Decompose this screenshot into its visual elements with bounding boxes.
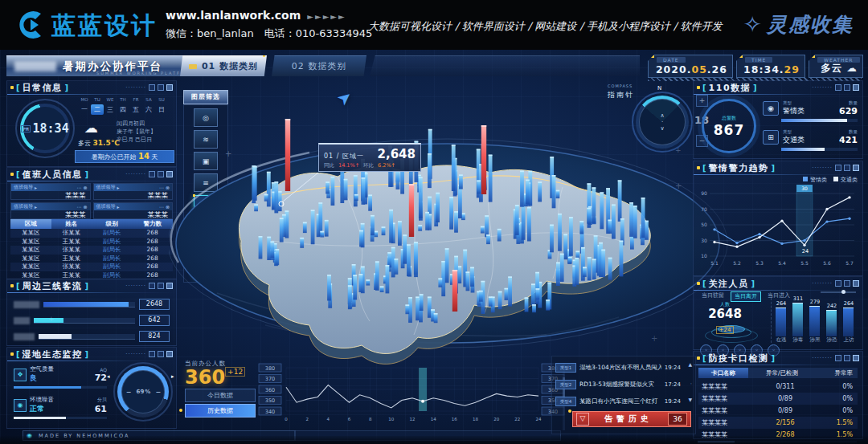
alarm-history-button[interactable]: ▽ 告警历史 36 bbox=[572, 411, 691, 427]
lanlan-logo-icon bbox=[14, 9, 47, 41]
panel-expand-icon[interactable] bbox=[853, 355, 859, 361]
weather-value: 多云 ☁ bbox=[821, 62, 858, 75]
traffic-bar bbox=[781, 148, 825, 151]
table-row: 某某某某0/3110% bbox=[698, 381, 858, 393]
label-mosaic bbox=[14, 333, 35, 340]
table-row: 某某区张某某副局长268 bbox=[10, 246, 173, 255]
weather-summary: 多云 31.5℃ bbox=[78, 139, 120, 148]
cloud-icon: ☁ bbox=[847, 62, 858, 74]
panel-minimize-icon[interactable] bbox=[149, 171, 155, 177]
website-url[interactable]: www.lanlanwork.com►►►►► bbox=[166, 9, 346, 22]
svg-text:90: 90 bbox=[701, 190, 707, 196]
alert-item[interactable]: 类型4某路口有小汽车连闯三个红灯19:24 bbox=[555, 395, 681, 407]
scroll-dot-icon: · bbox=[690, 381, 692, 386]
panel-title: 值班人员信息 bbox=[23, 169, 83, 181]
alert-item[interactable]: 类型1湿地3-104片区有不明人员闯入19:24 bbox=[555, 361, 681, 373]
panel-restore-icon[interactable] bbox=[158, 84, 164, 91]
svg-text:12: 12 bbox=[410, 417, 416, 422]
panel-restore-icon[interactable] bbox=[158, 171, 164, 177]
svg-text:10: 10 bbox=[701, 253, 707, 259]
label-mosaic bbox=[14, 301, 39, 308]
duty-leader-cards: 值班领导▸⋯⊗某某某 值班领导▸⋯⊗某某某 值班领导▸⋯⊗某某某 值班领导▸⋯⊗… bbox=[10, 183, 173, 219]
dashboard: 暑期办公协作平台 SUMMER WORKING PLATFORM 01 数据类别… bbox=[0, 50, 868, 444]
north-label: N bbox=[657, 85, 661, 92]
tab-stay[interactable]: 当日驻留 bbox=[698, 291, 727, 300]
panel-passenger-flow: [周边三线客流]········ 2648 642 824 bbox=[6, 279, 177, 346]
alarm-count-badge: 36 bbox=[668, 413, 687, 426]
panel-restore-icon[interactable] bbox=[158, 351, 164, 357]
scroll-down-icon[interactable]: ▼ bbox=[688, 397, 692, 402]
panel-restore-icon[interactable] bbox=[158, 283, 164, 289]
flow-value: 642 bbox=[139, 315, 170, 326]
panel-restore-icon[interactable] bbox=[844, 84, 850, 91]
flow-value: 2648 bbox=[139, 299, 170, 310]
panel-title: 周边三线客流 bbox=[23, 280, 83, 292]
tab-data-category-1[interactable]: 01 数据类别 bbox=[180, 55, 267, 76]
history-data-button[interactable]: 历史数据 bbox=[185, 404, 256, 418]
weather-cloud-icon: ☁ bbox=[84, 120, 98, 136]
office-count-value: 360 bbox=[185, 366, 225, 389]
alarm-type-row: ◉ 类型警情类 数量629 bbox=[763, 100, 858, 122]
focus-slider[interactable] bbox=[821, 291, 856, 293]
analog-clock: PM18:34 bbox=[15, 99, 75, 158]
panel-restore-icon[interactable] bbox=[844, 355, 850, 361]
eco-gauge: − 69% − bbox=[113, 362, 173, 422]
today-data-button[interactable]: 今日数据 bbox=[185, 389, 256, 402]
scroll-up-icon[interactable]: ▲ bbox=[688, 361, 692, 367]
panel-expand-icon[interactable] bbox=[853, 280, 859, 287]
svg-text:24: 24 bbox=[536, 417, 542, 422]
panel-checkpoint: [防疫卡口检测]········ 卡口名称异常/已检测异常率 某某某某0/311… bbox=[693, 351, 863, 439]
duty-card[interactable]: 值班领导▸⋯⊗某某某 bbox=[93, 183, 174, 200]
total-alarm-gauge: 总警数 867 bbox=[702, 99, 756, 153]
map-tooltip: 01 / 区域一2,648 同比14.1%↑环比6.2%↑ bbox=[318, 143, 421, 172]
panel-restore-icon[interactable] bbox=[844, 280, 850, 287]
duty-table: 区域姓名级别警力数 某某区张某某副局长268 某某区王某某副局长268 某某区张… bbox=[10, 219, 173, 279]
weekday-row-en: MOTUWETHFRSASU bbox=[78, 97, 168, 102]
svg-text:8: 8 bbox=[369, 417, 372, 422]
svg-text:18: 18 bbox=[473, 417, 478, 422]
panel-110-data: [110数据]········ 总警数 867 ◉ 类型警情类 数量629 ⊞ … bbox=[693, 80, 863, 159]
plus-decor: + bbox=[225, 149, 231, 158]
panel-title: 关注人员 bbox=[709, 278, 749, 290]
panel-minimize-icon[interactable] bbox=[835, 355, 841, 361]
svg-text:380: 380 bbox=[265, 365, 275, 372]
duty-card[interactable]: 值班领导▸⋯⊗某某某 bbox=[10, 202, 91, 219]
panel-minimize-icon[interactable] bbox=[149, 84, 155, 91]
focus-bar-chart: 264在逃311涉毒279涉黑242涉恐264上访 bbox=[771, 298, 860, 343]
panel-expand-icon[interactable] bbox=[853, 84, 859, 91]
office-line-chart: 0246810121416182022243803803703703603603… bbox=[257, 361, 566, 435]
inspiration-collect: ✧ 灵感收集 bbox=[743, 11, 854, 38]
panel-restore-icon[interactable] bbox=[844, 165, 850, 171]
office-count-block: 当前办公人数 360+12 bbox=[185, 360, 257, 387]
date-plate: DATE 2020.05.26 bbox=[648, 55, 733, 78]
title-mosaic bbox=[14, 61, 56, 71]
alert-item[interactable]: 类型2RD13-53烟感报警疑似火灾17:24 bbox=[555, 378, 681, 390]
contact-info: 微信：ben_lanlan 电话：010-63334945 bbox=[166, 26, 372, 41]
table-row: 某某区张某某副局长268 bbox=[10, 229, 173, 238]
traffic-type-row: ⊞ 类型交通类 数量421 bbox=[763, 129, 858, 151]
panel-expand-icon[interactable] bbox=[853, 165, 859, 171]
tab-data-category-2[interactable]: 02 数据类别 bbox=[272, 55, 366, 76]
panel-minimize-icon[interactable] bbox=[835, 165, 841, 171]
top-ad-banner: 蓝蓝设计 www.lanlanwork.com►►►►► 微信：ben_lanl… bbox=[0, 0, 868, 50]
duty-card[interactable]: 值班领导▸⋯⊗某某某 bbox=[10, 183, 91, 200]
svg-text:340: 340 bbox=[265, 409, 275, 415]
alarm-bar bbox=[781, 119, 847, 122]
gauge-left-arrow[interactable]: ◂ bbox=[107, 373, 110, 380]
duty-card[interactable]: 值班领导▸⋯⊗某某某 bbox=[93, 202, 174, 219]
weekday-row-cn: 一二三四五六日 bbox=[78, 104, 168, 115]
leaf-icon: ❖ bbox=[14, 369, 27, 381]
panel-minimize-icon[interactable] bbox=[149, 283, 155, 289]
bottom-edge bbox=[0, 436, 868, 444]
compass-ring[interactable]: ∧·∨ bbox=[632, 92, 693, 153]
svg-text:10: 10 bbox=[388, 417, 394, 422]
panel-minimize-icon[interactable] bbox=[835, 280, 841, 287]
panel-minimize-icon[interactable] bbox=[835, 84, 841, 91]
office-count-delta: +12 bbox=[225, 367, 245, 377]
air-quality-metric: ❖ 空气质量良 AQ72 bbox=[14, 365, 107, 389]
summer-notice-banner: 暑期办公已开始 14 天 bbox=[75, 150, 174, 163]
panel-minimize-icon[interactable] bbox=[149, 351, 155, 357]
svg-text:5.1: 5.1 bbox=[710, 260, 719, 266]
table-row: 某某某某0/890% bbox=[698, 405, 858, 417]
table-header: 区域姓名级别警力数 bbox=[10, 219, 173, 229]
